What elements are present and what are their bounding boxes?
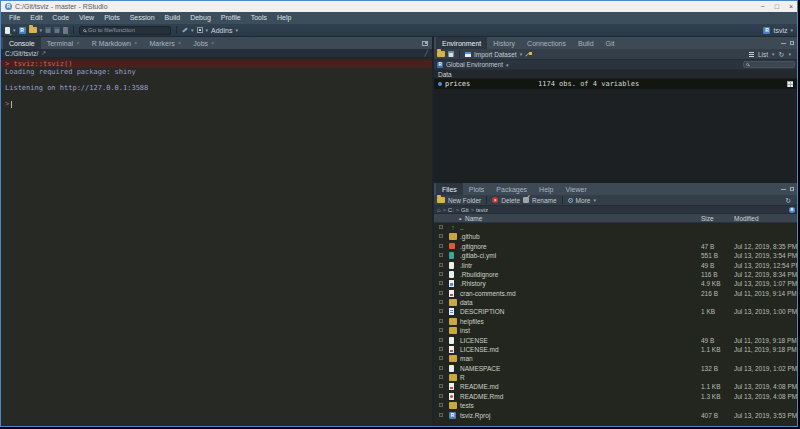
files-pane-tab[interactable]: Viewer xyxy=(560,183,593,195)
menu-item[interactable]: Tools xyxy=(246,12,272,24)
list-view-button[interactable]: List xyxy=(758,51,768,58)
file-name[interactable]: tests xyxy=(460,402,474,409)
file-checkbox[interactable] xyxy=(439,328,443,332)
minimize-pane-icon[interactable] xyxy=(781,189,786,190)
file-checkbox[interactable] xyxy=(439,338,443,342)
file-name[interactable]: .. xyxy=(460,224,464,231)
file-checkbox[interactable] xyxy=(439,272,443,276)
goto-file-function-box[interactable]: Go to file/function xyxy=(79,26,171,35)
file-checkbox[interactable] xyxy=(439,253,443,257)
file-row[interactable]: README.Rmd 1.3 KB Jul 13, 2019, 4:08 PM xyxy=(434,392,798,401)
menu-item[interactable]: File xyxy=(4,12,25,24)
file-name[interactable]: .gitignore xyxy=(460,243,487,250)
file-row[interactable]: tests xyxy=(434,401,798,410)
file-checkbox[interactable] xyxy=(439,291,443,295)
open-file-caret-icon[interactable]: ▾ xyxy=(40,27,43,33)
menu-item[interactable]: Build xyxy=(160,12,186,24)
save-icon[interactable] xyxy=(45,27,51,33)
file-row[interactable]: NAMESPACE 132 B Jul 13, 2019, 1:02 PM xyxy=(434,364,798,373)
file-row[interactable]: .Rhistory 4.9 KB Jul 13, 2019, 1:07 PM xyxy=(434,279,798,288)
rename-button[interactable]: Rename xyxy=(532,197,557,204)
file-name[interactable]: README.Rmd xyxy=(460,393,503,400)
console-pane-tab[interactable]: Jobs × xyxy=(187,37,220,49)
tab-close-icon[interactable]: × xyxy=(211,40,215,46)
rename-icon[interactable] xyxy=(523,197,529,203)
files-pane-tab[interactable]: Files xyxy=(436,183,463,195)
new-folder-button[interactable]: New Folder xyxy=(448,197,481,204)
file-checkbox[interactable] xyxy=(439,225,443,229)
menu-item[interactable]: Session xyxy=(125,12,160,24)
breadcrumb-segment[interactable]: > C: xyxy=(443,207,454,213)
maximize-pane-icon[interactable] xyxy=(790,187,794,191)
more-caret-icon[interactable]: ▾ xyxy=(593,197,596,203)
open-in-explorer-icon[interactable]: ↗ xyxy=(41,50,46,56)
restore-panes-icon[interactable] xyxy=(422,41,428,46)
file-checkbox[interactable] xyxy=(439,263,443,267)
delete-button[interactable]: Delete xyxy=(501,197,520,204)
file-name[interactable]: R xyxy=(460,374,465,381)
tab-close-icon[interactable]: × xyxy=(76,40,80,46)
file-row[interactable]: cran-comments.md 216 B Jul 11, 2019, 9:1… xyxy=(434,289,798,298)
column-header-modified[interactable]: Modified xyxy=(734,215,759,222)
file-row[interactable]: .gitignore 47 B Jul 12, 2019, 8:35 PM xyxy=(434,242,798,251)
console-pane-tab[interactable]: Markers × xyxy=(143,37,187,49)
file-name[interactable]: .Rhistory xyxy=(460,280,486,287)
close-button[interactable]: × xyxy=(789,3,793,10)
home-icon[interactable]: ⌂ xyxy=(437,207,441,213)
view-data-grid-icon[interactable] xyxy=(787,81,793,87)
file-checkbox[interactable] xyxy=(439,234,443,238)
expand-object-icon[interactable] xyxy=(438,82,442,86)
import-dataset-button[interactable]: Import Dataset xyxy=(474,51,517,58)
file-row[interactable]: data xyxy=(434,298,798,307)
file-row[interactable]: tsviz.Rproj 407 B Jul 13, 2019, 3:53 PM xyxy=(434,411,798,420)
menu-item[interactable]: View xyxy=(74,12,99,24)
file-name[interactable]: cran-comments.md xyxy=(460,290,516,297)
tab-close-icon[interactable]: × xyxy=(134,40,138,46)
save-all-icon[interactable] xyxy=(54,27,60,33)
file-name[interactable]: inst xyxy=(460,327,470,334)
breadcrumb-segment[interactable]: > tsviz xyxy=(471,207,488,213)
more-options-icon[interactable] xyxy=(568,198,573,203)
files-pane-tab[interactable]: Plots xyxy=(463,183,491,195)
file-checkbox[interactable] xyxy=(439,413,443,417)
files-pane-tab[interactable]: Help xyxy=(533,183,559,195)
menu-item[interactable]: Edit xyxy=(25,12,47,24)
file-name[interactable]: tsviz.Rproj xyxy=(460,412,490,419)
files-pane-tab[interactable]: Packages xyxy=(490,183,533,195)
tools-caret-icon[interactable]: ▾ xyxy=(191,27,194,33)
console-pane-tab[interactable]: Console × xyxy=(3,37,41,49)
environment-pane-tab[interactable]: History xyxy=(487,37,521,49)
file-checkbox[interactable] xyxy=(439,319,443,323)
file-name[interactable]: NAMESPACE xyxy=(460,365,500,372)
maximize-pane-icon[interactable] xyxy=(790,41,794,45)
print-icon[interactable] xyxy=(63,27,68,34)
tools-icon[interactable] xyxy=(182,27,188,32)
clear-objects-icon[interactable] xyxy=(525,51,532,58)
file-row[interactable]: DESCRIPTION 1 KB Jul 13, 2019, 1:00 PM xyxy=(434,307,798,316)
file-checkbox[interactable] xyxy=(439,366,443,370)
console-prompt[interactable]: > xyxy=(1,100,432,108)
console-pane-tab[interactable]: R Markdown × xyxy=(86,37,144,49)
file-row[interactable]: helpfiles xyxy=(434,317,798,326)
resize-grip-icon[interactable]: ╱ xyxy=(424,50,428,56)
more-button[interactable]: More xyxy=(576,197,591,204)
file-name[interactable]: data xyxy=(460,299,473,306)
file-name[interactable]: DESCRIPTION xyxy=(460,308,504,315)
maximize-button[interactable]: □ xyxy=(775,3,779,10)
environment-pane-tab[interactable]: Environment xyxy=(436,37,487,49)
refresh-icon[interactable]: ↻ xyxy=(785,197,791,204)
panes-caret-icon[interactable]: ▾ xyxy=(206,27,209,33)
menu-item[interactable]: Help xyxy=(272,12,296,24)
panes-layout-icon[interactable] xyxy=(197,27,203,33)
menu-item[interactable]: Plots xyxy=(99,12,125,24)
list-view-icon[interactable] xyxy=(749,52,754,57)
file-row[interactable]: .gitlab-ci.yml 551 B Jul 13, 2019, 3:54 … xyxy=(434,251,798,260)
minimize-pane-icon[interactable] xyxy=(781,43,786,44)
file-checkbox[interactable] xyxy=(439,347,443,351)
file-name[interactable]: .Rbuildignore xyxy=(460,271,498,278)
column-header-size[interactable]: Size xyxy=(701,215,714,222)
environment-pane-tab[interactable]: Build xyxy=(572,37,600,49)
project-selector[interactable]: R tsviz ▾ xyxy=(763,27,793,34)
file-checkbox[interactable] xyxy=(439,300,443,304)
file-row[interactable]: R xyxy=(434,373,798,382)
